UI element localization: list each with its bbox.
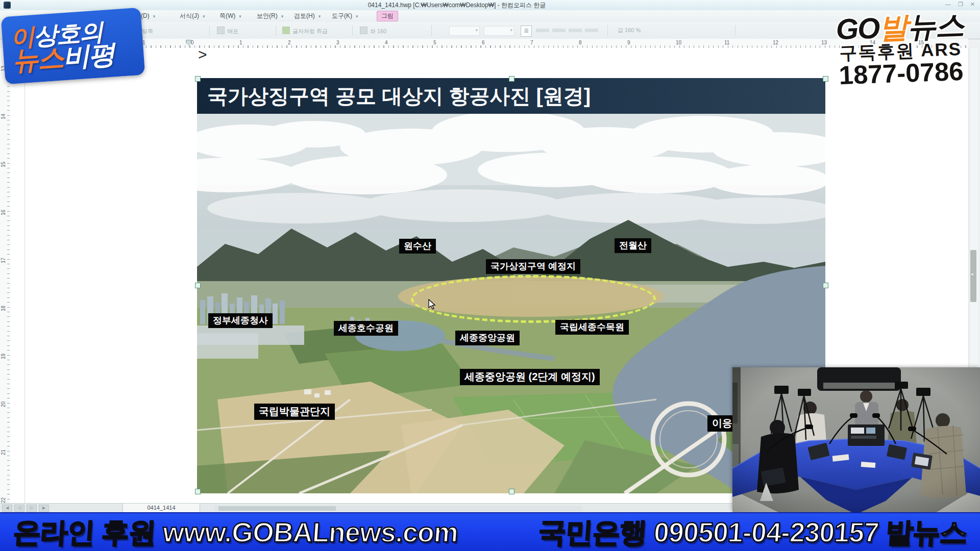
horizontal-scrollbar-thumb[interactable] — [218, 506, 336, 511]
chevron-down-icon: ▾ — [356, 14, 358, 19]
h-ruler-number: 9 — [627, 40, 630, 45]
aerial-photo: 원수산전월산국가상징구역 예정지정부세종청사세종호수공원세종중앙공원국립세종수목… — [197, 114, 825, 493]
h-ruler-number: 11 — [724, 40, 729, 45]
h-ruler-number: 10 — [676, 40, 681, 45]
chevron-down-icon: ▾ — [239, 14, 241, 19]
application-window: 0414_1414.hwp [C:₩Users₩com₩Desktop₩] - … — [0, 0, 980, 551]
chevron-down-icon: ▾ — [281, 14, 284, 19]
vertical-ruler[interactable]: 13141516171819202122 — [0, 48, 11, 503]
donation-banner: 온라인 후원 www.GOBALnews.com 국민은행 090501-04-… — [0, 512, 980, 551]
channel-logo-phone: 1877-0786 — [824, 58, 978, 89]
toolbar-item-position[interactable]: 좌 160 — [360, 27, 386, 35]
toolbar-combo-2[interactable] — [484, 26, 514, 36]
mouse-cursor — [428, 299, 438, 310]
v-ruler-number: 21 — [1, 449, 6, 455]
h-ruler-number: 3 — [336, 40, 339, 45]
maximize-button[interactable]: ❐ — [958, 1, 963, 8]
photo-label: 정부세종청사 — [208, 313, 273, 328]
v-ruler-number: 22 — [1, 497, 6, 503]
menu-item-4[interactable]: 보안(R)▾ — [257, 12, 283, 20]
channel-logo: GO발뉴스 구독후원 ARS 1877-0786 — [823, 10, 978, 89]
page-margin-line — [24, 48, 25, 503]
toolbar-align-button[interactable]: ≣ — [521, 26, 532, 37]
selected-picture[interactable]: 국가상징구역 공모 대상지 항공사진 [원경] — [197, 78, 825, 493]
toolbar-disabled-3 — [569, 29, 582, 32]
menu-item-7[interactable]: 그림 — [377, 11, 398, 21]
photo-label: 세종호수공원 — [334, 321, 398, 336]
banner-right-text: 국민은행 090501-04-230157 발뉴스 — [537, 513, 968, 551]
tab-nav-first[interactable]: ◀ — [2, 505, 12, 512]
horizontal-scrollbar[interactable] — [214, 506, 582, 511]
selection-handle-bm[interactable] — [509, 489, 514, 494]
document-tab[interactable]: 0414_1414 — [122, 504, 200, 513]
studio-scene — [732, 367, 980, 512]
window-title: 0414_1414.hwp [C:₩Users₩com₩Desktop₩] - … — [0, 1, 914, 10]
close-button[interactable]: ✕ — [970, 1, 975, 8]
toolbar-value-field[interactable]: 값 160 % — [618, 27, 641, 34]
chevron-down-icon: ▾ — [153, 14, 156, 19]
table-icon — [217, 27, 225, 34]
tab-nav-prev[interactable]: ◁ — [14, 505, 24, 512]
highlight-icon — [282, 27, 290, 34]
h-ruler-number: 7 — [530, 40, 533, 45]
toolbar-item-table[interactable]: 매표 — [217, 27, 238, 35]
proposed-zone-ellipse — [411, 275, 656, 323]
position-icon — [360, 27, 368, 34]
chevron-down-icon: ▾ — [318, 14, 321, 19]
h-ruler-number: 12 — [773, 40, 778, 45]
h-ruler-number: 1 — [239, 40, 242, 45]
toolbar-combo-1[interactable] — [449, 26, 480, 36]
toolbar-disabled-2 — [552, 29, 566, 32]
photo-label: 세종중앙공원 (2단계 예정지) — [460, 369, 600, 385]
studio-video-inset — [732, 367, 980, 512]
photo-label: 원수산 — [399, 239, 436, 254]
toolbar-item-as-char[interactable]: 글자처럼 취급 — [282, 27, 328, 35]
v-ruler-number: 19 — [1, 354, 6, 359]
chevron-down-icon: ▾ — [203, 14, 205, 19]
selection-handle-mr[interactable] — [823, 283, 828, 288]
document-text: > — [198, 46, 207, 63]
selection-handle-ml[interactable] — [195, 283, 201, 288]
photo-label: 전월산 — [615, 238, 651, 253]
h-ruler-number: 2 — [288, 40, 291, 45]
h-ruler-number: 4 — [385, 40, 388, 45]
v-ruler-number: 16 — [1, 210, 6, 215]
photo-label: 국립세종수목원 — [555, 320, 629, 335]
tab-nav-next[interactable]: ▷ — [27, 505, 37, 512]
scrollbar-thumb[interactable] — [970, 250, 976, 302]
selection-handle-tl[interactable] — [195, 76, 201, 82]
v-ruler-number: 18 — [1, 306, 6, 311]
h-ruler-number: 8 — [579, 40, 582, 45]
photo-label: 세종중앙공원 — [455, 331, 520, 345]
h-ruler-number: 6 — [482, 40, 485, 45]
v-ruler-number: 17 — [1, 258, 6, 263]
banner-left-text: 온라인 후원 www.GOBALnews.com — [12, 513, 459, 551]
show-logo: 이상호의 뉴스비평 — [1, 8, 145, 85]
toolbar-disabled-1 — [536, 29, 549, 32]
menu-item-6[interactable]: 도구(K)▾ — [332, 12, 358, 20]
menu-item-5[interactable]: 검토(H)▾ — [294, 12, 321, 20]
selection-handle-tm[interactable] — [509, 76, 514, 82]
minimize-button[interactable]: — — [945, 1, 951, 8]
v-ruler-number: 20 — [1, 402, 6, 407]
figure-title: 국가상징구역 공모 대상지 항공사진 [원경] — [197, 78, 825, 114]
selection-handle-bl[interactable] — [195, 489, 201, 494]
toolbar-disabled-4 — [585, 29, 598, 32]
v-ruler-number: 14 — [1, 114, 6, 119]
h-ruler-number: 5 — [433, 40, 436, 45]
menu-item-2[interactable]: 서식(J)▾ — [180, 12, 205, 20]
title-bar: 0414_1414.hwp [C:₩Users₩com₩Desktop₩] - … — [0, 0, 980, 11]
photo-label: 국립박물관단지 — [254, 404, 335, 420]
menu-item-3[interactable]: 쪽(W)▾ — [219, 12, 241, 20]
photo-label: 국가상징구역 예정지 — [486, 259, 580, 274]
h-ruler-number: 0 — [191, 40, 194, 45]
tab-nav-last[interactable]: ▶ — [39, 505, 49, 512]
v-ruler-number: 15 — [1, 162, 6, 167]
